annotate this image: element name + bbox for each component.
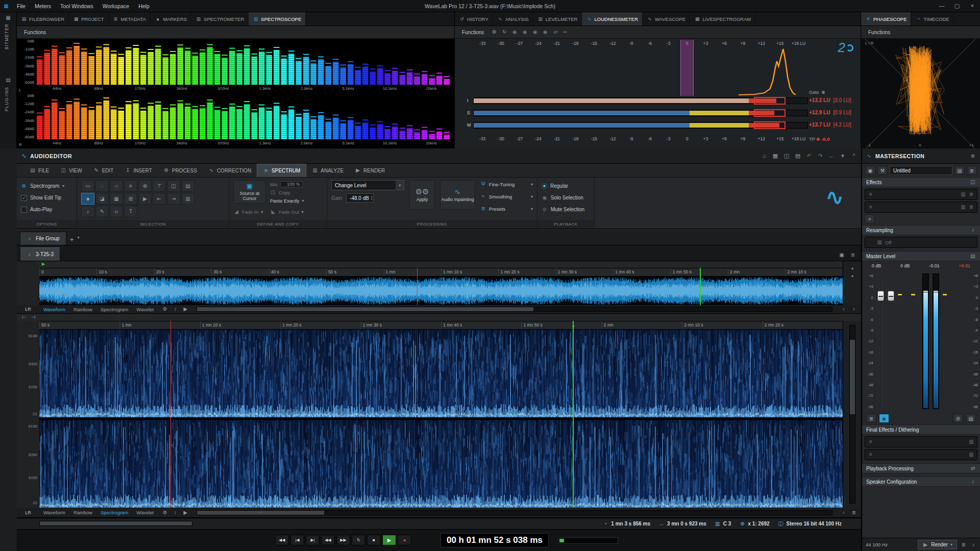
rect-select-tool[interactable]: ■ [81,193,94,205]
view-tab[interactable]: Wavelet [132,510,158,515]
slot-menu-icon[interactable]: ≣ [968,205,974,210]
panel-tab[interactable]: ∿WAVESCOPE [643,12,690,26]
render-button[interactable]: ▶ Render ▾ [918,540,957,549]
next-marker-button[interactable]: ▶| [306,535,320,545]
collapse-icon[interactable]: ^ [851,153,857,159]
meter-mode-icon[interactable]: ◉ [542,30,548,35]
resampling-slot[interactable]: ▥ Off [865,237,977,248]
meter-mode-icon[interactable]: ◉ [522,30,528,35]
resampling-section-header[interactable]: Resampling ♪ [862,225,980,235]
slot-level-icon[interactable]: ▥ [968,439,974,444]
ribbon-tab[interactable]: ∿CORRECTION [203,164,257,177]
plugins-tab[interactable]: PLUG-INS [4,87,9,111]
functions-menu[interactable]: Functions [459,29,487,36]
rewind-button[interactable]: ◀◀ [321,535,335,545]
overview-ruler[interactable]: 010 s20 s30 s40 s50 s1 mn1 mn 10 s1 mn 2… [39,268,843,277]
view-tab[interactable]: Spectrogram [96,307,132,312]
monitor-speaker-icon[interactable]: ♪ [970,542,976,547]
ribbon-tab[interactable]: ▶RENDER [349,164,390,177]
scrollbar-thumb[interactable] [40,521,192,525]
ribbon-tab[interactable]: ⚙PROCESS [158,164,203,177]
prev-marker-button[interactable]: |◀ [290,535,304,545]
playback-swap-icon[interactable]: ⇄ [970,466,976,471]
spectrogram-scrollbar[interactable]: ⋯ [197,510,832,515]
view-tab[interactable]: Waveform [39,510,69,515]
slot-level-icon[interactable]: ▥ [960,192,966,197]
cursor-position-readout[interactable]: ◔1 mn 3 s 856 ms [602,521,650,527]
spectrogram-mode-dropdown[interactable]: ⚙ Spectrogram ▾ [21,180,72,192]
final-effect-slot[interactable]: ≡ ▥ [865,436,977,447]
zoom-tool[interactable]: ⊕ [138,180,152,192]
panel-tab[interactable]: ≣METADATA [109,12,151,26]
panel-tab[interactable]: ◔TIMECODE [911,12,953,26]
tab-menu-icon[interactable]: ≣ [850,253,856,258]
time-select-tool[interactable]: ▭ [81,180,94,192]
column-tool[interactable]: ▥ [181,193,194,205]
file-tab[interactable]: ♪ 3-T25-3 [20,247,60,261]
source-at-cursor-button[interactable]: ▣ Source at Cursor [233,180,266,204]
effects-options-icon[interactable]: ◫ [970,180,976,185]
stop-button[interactable]: ■ [367,535,381,545]
view-settings-icon[interactable]: ⚙ [162,307,168,312]
meter-folder-button[interactable]: ▤ [966,414,976,423]
view-tab[interactable]: Rainbow [69,510,96,515]
play-button[interactable]: ▶ [382,535,396,545]
panel-tab[interactable]: ∿LOUDNESSMETER [582,12,643,26]
menu-item[interactable]: Help [134,3,154,9]
file-length-readout[interactable]: ↔3 mn 0 s 923 ms [658,521,706,527]
zoom-readout[interactable]: ⊕x 1: 2692 [739,521,769,527]
slot-menu-icon[interactable]: ≣ [968,192,974,197]
ribbon-tab[interactable]: ✳SPECTRUM [257,164,306,177]
scroll-left-icon[interactable]: ‹ [841,307,847,312]
dropdown-icon[interactable]: ▾ [840,153,846,159]
undo-icon[interactable]: ↶ [806,153,812,159]
presets-dropdown[interactable]: ≣ Presets ▾ [480,205,533,213]
effects-section-header[interactable]: Effects ◫ [862,177,980,187]
record-button[interactable]: ● [398,535,411,545]
master-fader-right[interactable] [888,273,894,409]
apply-button[interactable]: ⚙⚙ Apply [409,180,435,210]
redo-icon[interactable]: ↷ [817,153,823,159]
bottom-menu-icon[interactable]: ≣ [961,542,967,547]
chevron-down-icon[interactable]: ▾ [78,235,80,240]
dithering-button[interactable]: ◈ [879,414,889,423]
smoothing-dropdown[interactable]: ≈ Smoothing ▾ [480,192,533,201]
auto-play-checkbox[interactable]: Auto-Play [21,204,72,215]
ribbon-tab[interactable]: ↧INSERT [119,164,158,177]
ribbon-tab[interactable]: ▥ANALYZE [306,164,349,177]
master-level-section-header[interactable]: Master Level ▤ [862,251,980,261]
scrollbar-thumb[interactable]: ⋯ [197,511,324,515]
cursor-right-anchor-icon[interactable]: ⊣ [30,315,36,320]
panel-tab[interactable]: ▥SPECTROSCOPE [249,12,306,26]
functions-menu[interactable]: Functions [21,29,49,36]
power-button[interactable]: ◉ [865,166,875,175]
functions-menu[interactable]: Functions [865,29,893,36]
headphones-tool[interactable]: ∩ [110,180,123,192]
folder-icon[interactable]: ▤ [795,153,801,159]
overview-waveform[interactable] [39,277,843,305]
copy-region-tool[interactable]: ◫ [167,180,180,192]
jump-start-button[interactable]: ◀◀ [275,535,289,545]
view-settings-icon[interactable]: ⚙ [162,510,168,515]
layout-grid-icon[interactable]: ▦ [772,153,778,159]
marquee-tool[interactable]: ▦ [110,193,123,205]
maximize-button[interactable]: ▢ [949,3,965,9]
menu-item[interactable]: Meters [30,3,56,9]
tab-options-icon[interactable]: ▣ [839,253,845,258]
prev-edge-tool[interactable]: ⇤ [153,193,166,205]
lasso-tool[interactable]: ◌ [95,180,109,192]
master-menu-icon[interactable]: ≣ [970,154,976,159]
play-start-marker[interactable]: ▶ [40,262,46,266]
scroll-up-icon[interactable]: ▲ [849,266,855,270]
final-effects-section-header[interactable]: Final Effects / Dithering [862,424,980,435]
arrow-tool[interactable]: ▶ [138,193,152,205]
line-mode-tool[interactable]: ≡ [124,180,137,192]
scrollbar-thumb[interactable] [850,340,855,414]
menu-item[interactable]: File [12,3,30,9]
panel-tab[interactable]: ✳PHASESCOPE [861,12,911,26]
overview-scrollbar[interactable]: ⋯ [197,307,832,312]
zoom-scrollbar[interactable] [39,521,192,526]
bitmeter-tab[interactable]: BITMETER [4,23,9,49]
midi-note-readout[interactable]: ▥C 3 [715,521,731,527]
view-tab[interactable]: Wavelet [132,307,158,312]
